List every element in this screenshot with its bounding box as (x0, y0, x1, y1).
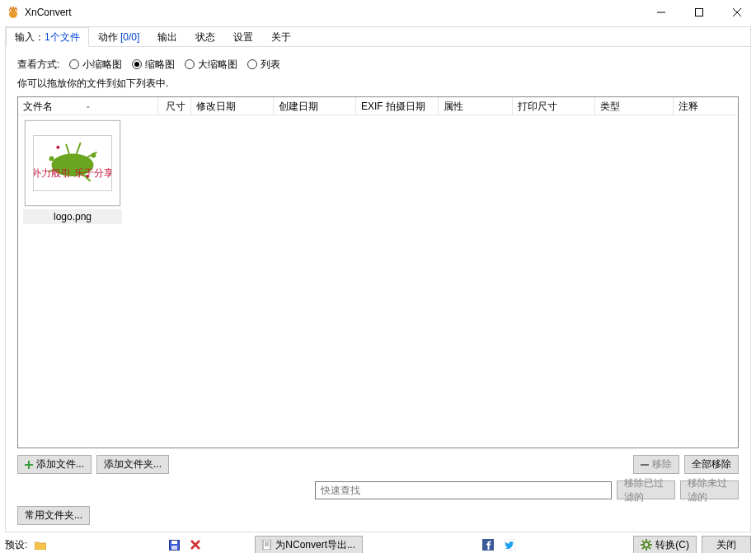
maximize-button[interactable] (680, 0, 718, 25)
view-mode-label: 查看方式: (17, 58, 59, 72)
app-logo-icon (7, 6, 20, 19)
window-title: XnConvert (25, 7, 642, 18)
add-file-button[interactable]: 添加文件... (17, 455, 92, 474)
remove-button[interactable]: 移除 (633, 455, 679, 474)
remove-all-button[interactable]: 全部移除 (684, 455, 739, 474)
quick-filter-input[interactable] (315, 481, 612, 499)
delete-icon (190, 540, 200, 550)
svg-point-24 (644, 542, 649, 547)
column-headers: 文件名⌄ 尺寸 修改日期 创建日期 EXIF 拍摄日期 属性 打印尺寸 类型 注… (18, 97, 738, 115)
svg-line-32 (642, 547, 644, 549)
tab-output[interactable]: 输出 (148, 27, 186, 47)
radio-large-thumb[interactable]: 大缩略图 (185, 58, 237, 72)
svg-rect-18 (263, 540, 270, 550)
svg-rect-15 (171, 546, 177, 550)
facebook-icon (482, 539, 494, 551)
col-printsize[interactable]: 打印尺寸 (513, 97, 595, 115)
col-size[interactable]: 尺寸 (158, 97, 191, 115)
facebook-button[interactable] (480, 537, 496, 553)
tab-body: 查看方式: 小缩略图 缩略图 大缩略图 列表 你可以拖放你的文件到如下列表中. … (6, 47, 750, 532)
folder-icon (35, 541, 46, 550)
col-modified[interactable]: 修改日期 (191, 97, 274, 115)
col-created[interactable]: 创建日期 (274, 97, 356, 115)
remove-filtered-button[interactable]: 移除已过滤的 (617, 480, 675, 499)
tab-actions-prefix: 动作 (98, 31, 120, 43)
col-filename[interactable]: 文件名⌄ (18, 97, 158, 115)
thumbnail-frame: 外力般引 乐于分享 (25, 120, 120, 206)
svg-point-0 (9, 10, 17, 18)
svg-rect-14 (171, 541, 177, 544)
svg-line-30 (649, 547, 650, 549)
thumbnail-image: 外力般引 乐于分享 (33, 135, 112, 191)
twitter-icon (504, 539, 515, 551)
twitter-button[interactable] (501, 537, 518, 553)
radio-small-thumb[interactable]: 小缩略图 (69, 58, 122, 72)
minus-icon (641, 464, 649, 466)
window-controls (642, 0, 756, 25)
tab-bar: 输入：1个文件 动作 [0/0] 输出 状态 设置 关于 (6, 27, 750, 47)
tab-status[interactable]: 状态 (186, 27, 224, 47)
col-attrs[interactable]: 属性 (439, 97, 513, 115)
add-folder-button[interactable]: 添加文件夹... (96, 455, 169, 474)
view-mode-row: 查看方式: 小缩略图 缩略图 大缩略图 列表 (17, 55, 739, 73)
convert-button[interactable]: 转换(C) (633, 536, 697, 553)
radio-list[interactable]: 列表 (247, 58, 280, 72)
minimize-button[interactable] (642, 0, 680, 25)
tab-actions[interactable]: 动作 [0/0] (89, 27, 149, 47)
filter-row: 移除已过滤的 移除未过滤的 (17, 480, 739, 499)
tab-settings[interactable]: 设置 (224, 27, 262, 47)
common-folders-button[interactable]: 常用文件夹... (17, 506, 90, 525)
export-nconvert-button[interactable]: 为NConvert导出... (255, 536, 363, 553)
close-button[interactable] (718, 0, 756, 25)
common-folders-row: 常用文件夹... (17, 506, 739, 525)
svg-rect-12 (25, 464, 33, 466)
gear-icon (641, 539, 652, 551)
svg-rect-2 (696, 9, 703, 16)
col-comment[interactable]: 注释 (674, 97, 738, 115)
floppy-disk-icon (169, 540, 180, 551)
svg-line-31 (649, 541, 650, 542)
col-exif[interactable]: EXIF 拍摄日期 (356, 97, 439, 115)
bottom-bar: 预设: 为NConvert导出... 转换(C) 关闭 (5, 535, 751, 553)
preset-open-button[interactable] (32, 537, 49, 553)
tab-actions-count: [0/0] (120, 31, 139, 43)
sort-indicator-icon: ⌄ (85, 97, 92, 115)
tab-input-prefix: 输入： (15, 31, 45, 43)
plus-icon (25, 461, 33, 469)
main-frame: 输入：1个文件 动作 [0/0] 输出 状态 设置 关于 查看方式: 小缩略图 … (5, 26, 751, 532)
list-actions-row: 添加文件... 添加文件夹... 移除 全部移除 (17, 455, 739, 474)
remove-unfiltered-button[interactable]: 移除未过滤的 (680, 480, 739, 499)
preset-label: 预设: (5, 538, 27, 552)
close-app-button[interactable]: 关闭 (702, 536, 751, 553)
svg-point-6 (49, 156, 54, 161)
tab-input[interactable]: 输入：1个文件 (6, 27, 89, 47)
thumbnail-area[interactable]: 外力般引 乐于分享 logo.png (18, 115, 738, 448)
preset-delete-button[interactable] (187, 537, 204, 553)
titlebar: XnConvert (0, 0, 756, 25)
thumbnail-caption: logo.png (23, 209, 122, 224)
svg-text:外力般引 乐于分享: 外力般引 乐于分享 (34, 167, 111, 178)
script-icon (262, 540, 272, 550)
tab-about[interactable]: 关于 (262, 27, 300, 47)
file-list-panel: 文件名⌄ 尺寸 修改日期 创建日期 EXIF 拍摄日期 属性 打印尺寸 类型 注… (17, 96, 739, 448)
col-type[interactable]: 类型 (595, 97, 674, 115)
drop-hint: 你可以拖放你的文件到如下列表中. (17, 77, 739, 91)
svg-point-8 (56, 146, 59, 149)
radio-medium-thumb[interactable]: 缩略图 (132, 58, 175, 72)
preset-save-button[interactable] (166, 537, 182, 553)
tab-input-count: 1个文件 (45, 31, 80, 43)
svg-line-29 (642, 541, 644, 542)
file-thumbnail[interactable]: 外力般引 乐于分享 logo.png (23, 120, 122, 224)
